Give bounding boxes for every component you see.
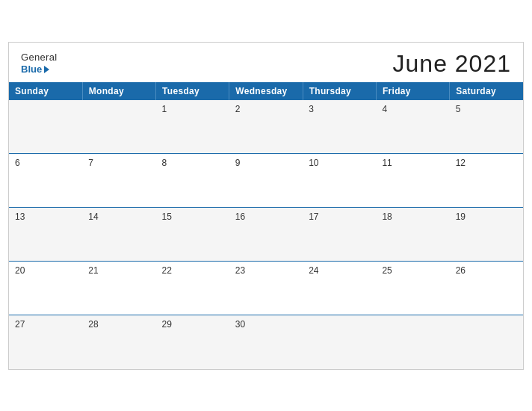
calendar-day-cell: 24 xyxy=(303,262,376,315)
day-number: 18 xyxy=(382,211,392,222)
logo-blue-container: Blue xyxy=(21,64,57,75)
calendar-day-cell: 7 xyxy=(82,154,155,208)
header-saturday: Saturday xyxy=(450,82,523,100)
day-number: 1 xyxy=(162,104,167,114)
day-number: 28 xyxy=(88,319,98,330)
day-number: 10 xyxy=(309,158,318,168)
day-number: 20 xyxy=(15,265,25,276)
header-wednesday: Wednesday xyxy=(229,82,303,100)
calendar-day-cell: 22 xyxy=(156,262,229,315)
calendar-day-cell: 28 xyxy=(82,315,155,369)
day-number: 16 xyxy=(235,211,245,222)
calendar-day-cell: 23 xyxy=(229,262,303,315)
calendar: General Blue June 2021 Sunday Monday Tue… xyxy=(8,42,524,370)
weekday-header-row: Sunday Monday Tuesday Wednesday Thursday… xyxy=(9,82,523,100)
calendar-day-cell: 15 xyxy=(156,208,229,262)
header-monday: Monday xyxy=(82,82,155,100)
day-number: 12 xyxy=(456,158,466,168)
day-number: 11 xyxy=(382,158,392,168)
day-number: 17 xyxy=(309,211,318,222)
calendar-day-cell: 2 xyxy=(229,100,303,154)
calendar-day-cell: 6 xyxy=(9,154,82,208)
calendar-day-cell: 20 xyxy=(9,262,82,315)
calendar-day-cell: 26 xyxy=(450,262,523,315)
day-number: 14 xyxy=(88,211,98,222)
calendar-header: General Blue June 2021 xyxy=(9,43,523,82)
day-number: 24 xyxy=(309,265,318,276)
day-number: 30 xyxy=(235,319,245,330)
header-sunday: Sunday xyxy=(9,82,82,100)
calendar-day-cell: 29 xyxy=(156,315,229,369)
calendar-day-cell: 14 xyxy=(82,208,155,262)
day-number: 22 xyxy=(162,265,172,276)
day-number: 23 xyxy=(235,265,245,276)
calendar-day-cell: 1 xyxy=(156,100,229,154)
calendar-day-cell: 16 xyxy=(229,208,303,262)
calendar-day-cell: 17 xyxy=(303,208,376,262)
calendar-grid: Sunday Monday Tuesday Wednesday Thursday… xyxy=(9,82,523,369)
day-number: 21 xyxy=(88,265,98,276)
day-number: 27 xyxy=(15,319,25,330)
calendar-day-cell: 27 xyxy=(9,315,82,369)
calendar-week-row: 20212223242526 xyxy=(9,262,523,315)
calendar-day-cell xyxy=(303,315,376,369)
calendar-week-row: 12345 xyxy=(9,100,523,154)
day-number: 7 xyxy=(88,158,93,168)
day-number: 6 xyxy=(15,158,20,168)
calendar-day-cell: 21 xyxy=(82,262,155,315)
day-number: 5 xyxy=(456,104,461,114)
day-number: 8 xyxy=(162,158,167,168)
calendar-day-cell: 9 xyxy=(229,154,303,208)
calendar-week-row: 6789101112 xyxy=(9,154,523,208)
month-title: June 2021 xyxy=(393,50,511,78)
calendar-day-cell: 3 xyxy=(303,100,376,154)
logo-general-text: General xyxy=(21,52,57,64)
logo-triangle-icon xyxy=(44,66,49,73)
calendar-week-row: 27282930 xyxy=(9,315,523,369)
calendar-day-cell: 5 xyxy=(450,100,523,154)
calendar-day-cell: 10 xyxy=(303,154,376,208)
calendar-day-cell: 30 xyxy=(229,315,303,369)
header-tuesday: Tuesday xyxy=(156,82,229,100)
calendar-day-cell xyxy=(82,100,155,154)
day-number: 29 xyxy=(162,319,172,330)
day-number: 13 xyxy=(15,211,25,222)
calendar-day-cell: 12 xyxy=(450,154,523,208)
calendar-day-cell xyxy=(450,315,523,369)
day-number: 26 xyxy=(456,265,466,276)
logo: General Blue xyxy=(21,52,57,75)
calendar-week-row: 13141516171819 xyxy=(9,208,523,262)
day-number: 4 xyxy=(382,104,387,114)
calendar-day-cell: 11 xyxy=(376,154,449,208)
calendar-day-cell xyxy=(9,100,82,154)
day-number: 15 xyxy=(162,211,172,222)
calendar-day-cell: 19 xyxy=(450,208,523,262)
calendar-day-cell: 13 xyxy=(9,208,82,262)
calendar-day-cell: 25 xyxy=(376,262,449,315)
day-number: 3 xyxy=(309,104,314,114)
calendar-day-cell xyxy=(376,315,449,369)
header-thursday: Thursday xyxy=(303,82,376,100)
calendar-day-cell: 18 xyxy=(376,208,449,262)
day-number: 19 xyxy=(456,211,466,222)
day-number: 2 xyxy=(235,104,241,114)
calendar-day-cell: 8 xyxy=(156,154,229,208)
header-friday: Friday xyxy=(376,82,449,100)
calendar-day-cell: 4 xyxy=(376,100,449,154)
day-number: 25 xyxy=(382,265,392,276)
logo-blue-text: Blue xyxy=(21,64,42,75)
day-number: 9 xyxy=(235,158,241,168)
